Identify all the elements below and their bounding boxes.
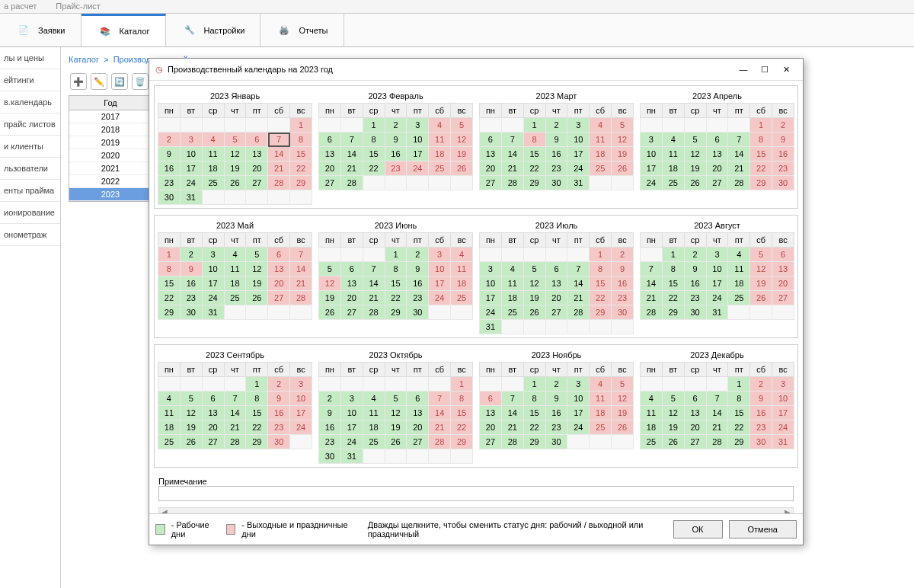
day-cell[interactable]: 20	[706, 161, 728, 176]
day-cell[interactable]: 21	[290, 276, 312, 291]
sidebar-item[interactable]: енты прайма	[0, 180, 60, 202]
day-cell[interactable]: 22	[451, 420, 473, 435]
day-cell[interactable]: 2	[545, 377, 567, 391]
day-cell[interactable]: 23	[750, 420, 772, 435]
day-cell[interactable]: 2	[268, 377, 290, 391]
day-cell[interactable]: 29	[590, 305, 612, 320]
day-cell[interactable]: 8	[385, 262, 407, 276]
day-cell[interactable]: 3	[180, 133, 202, 147]
day-cell[interactable]: 10	[480, 276, 502, 291]
ok-button[interactable]: ОК	[673, 520, 723, 538]
day-cell[interactable]: 12	[684, 147, 706, 161]
day-cell[interactable]: 27	[545, 305, 567, 320]
day-cell[interactable]: 10	[202, 262, 224, 276]
tab-requests[interactable]: 📄Заявки	[0, 14, 81, 46]
day-cell[interactable]: 9	[545, 391, 567, 406]
day-cell[interactable]: 4	[641, 391, 663, 406]
day-cell[interactable]: 17	[706, 276, 728, 291]
day-cell[interactable]: 7	[501, 133, 523, 147]
tab-catalog[interactable]: 📚Каталог	[81, 14, 166, 46]
day-cell[interactable]: 28	[706, 435, 728, 449]
day-cell[interactable]: 30	[545, 176, 567, 190]
day-cell[interactable]: 22	[290, 161, 312, 176]
day-cell[interactable]: 14	[290, 262, 312, 276]
day-cell[interactable]: 13	[684, 406, 706, 420]
day-cell[interactable]: 19	[684, 161, 706, 176]
day-cell[interactable]: 25	[202, 176, 224, 190]
day-cell[interactable]: 28	[567, 305, 590, 320]
day-cell[interactable]: 22	[590, 291, 612, 305]
day-cell[interactable]: 13	[480, 147, 502, 161]
day-cell[interactable]: 3	[429, 248, 451, 262]
day-cell[interactable]: 15	[246, 406, 268, 420]
sidebar-item[interactable]: ионирование	[0, 202, 60, 224]
day-cell[interactable]: 22	[523, 420, 545, 435]
day-cell[interactable]: 24	[567, 420, 590, 435]
day-cell[interactable]: 9	[684, 262, 706, 276]
day-cell[interactable]: 6	[407, 391, 429, 406]
day-cell[interactable]: 20	[340, 291, 363, 305]
day-cell[interactable]: 14	[340, 147, 363, 161]
day-cell[interactable]: 14	[363, 276, 385, 291]
year-row[interactable]: 2019	[69, 136, 152, 149]
day-cell[interactable]: 22	[662, 291, 684, 305]
day-cell[interactable]: 30	[180, 305, 202, 320]
day-cell[interactable]: 20	[480, 161, 502, 176]
day-cell[interactable]: 6	[319, 133, 341, 147]
day-cell[interactable]: 25	[728, 291, 750, 305]
day-cell[interactable]: 8	[290, 133, 312, 147]
day-cell[interactable]: 11	[224, 262, 246, 276]
day-cell[interactable]: 9	[268, 391, 290, 406]
day-cell[interactable]: 20	[319, 161, 341, 176]
day-cell[interactable]: 13	[246, 147, 268, 161]
cancel-button[interactable]: Отмена	[729, 520, 797, 538]
day-cell[interactable]: 20	[545, 291, 567, 305]
day-cell[interactable]: 17	[567, 406, 590, 420]
day-cell[interactable]: 4	[429, 118, 451, 133]
day-cell[interactable]: 26	[319, 305, 341, 320]
day-cell[interactable]: 8	[246, 391, 268, 406]
day-cell[interactable]: 17	[202, 276, 224, 291]
day-cell[interactable]: 15	[451, 406, 473, 420]
day-cell[interactable]: 26	[224, 176, 246, 190]
day-cell[interactable]: 27	[480, 435, 502, 449]
day-cell[interactable]: 30	[319, 449, 341, 464]
tab-reports[interactable]: 🖨️Отчеты	[260, 14, 344, 46]
day-cell[interactable]: 27	[480, 176, 502, 190]
day-cell[interactable]: 11	[451, 262, 473, 276]
day-cell[interactable]: 1	[246, 377, 268, 391]
sidebar-item[interactable]: прайс листов	[0, 113, 60, 136]
day-cell[interactable]: 4	[224, 248, 246, 262]
day-cell[interactable]: 15	[385, 276, 407, 291]
day-cell[interactable]: 13	[407, 406, 429, 420]
day-cell[interactable]: 12	[451, 133, 473, 147]
day-cell[interactable]: 4	[590, 377, 612, 391]
day-cell[interactable]: 19	[385, 420, 407, 435]
day-cell[interactable]: 25	[641, 435, 663, 449]
day-cell[interactable]: 29	[728, 435, 750, 449]
day-cell[interactable]: 14	[224, 406, 246, 420]
minimize-button[interactable]: —	[733, 62, 754, 77]
day-cell[interactable]: 24	[706, 291, 728, 305]
day-cell[interactable]: 15	[750, 147, 772, 161]
day-cell[interactable]: 10	[290, 391, 312, 406]
year-row[interactable]: 2021	[69, 162, 152, 175]
day-cell[interactable]: 4	[728, 248, 750, 262]
day-cell[interactable]: 6	[772, 248, 794, 262]
day-cell[interactable]: 4	[202, 133, 224, 147]
day-cell[interactable]: 3	[202, 248, 224, 262]
day-cell[interactable]: 29	[158, 305, 181, 320]
day-cell[interactable]: 1	[750, 118, 772, 133]
day-cell[interactable]: 10	[407, 133, 429, 147]
day-cell[interactable]: 13	[706, 147, 728, 161]
day-cell[interactable]: 26	[180, 435, 202, 449]
day-cell[interactable]: 8	[523, 133, 545, 147]
day-cell[interactable]: 23	[407, 291, 429, 305]
day-cell[interactable]: 12	[246, 262, 268, 276]
day-cell[interactable]: 14	[728, 147, 750, 161]
day-cell[interactable]: 7	[641, 262, 663, 276]
day-cell[interactable]: 10	[340, 406, 363, 420]
day-cell[interactable]: 2	[612, 248, 634, 262]
sidebar-item[interactable]: ейтинги	[0, 69, 60, 91]
day-cell[interactable]: 10	[772, 391, 794, 406]
